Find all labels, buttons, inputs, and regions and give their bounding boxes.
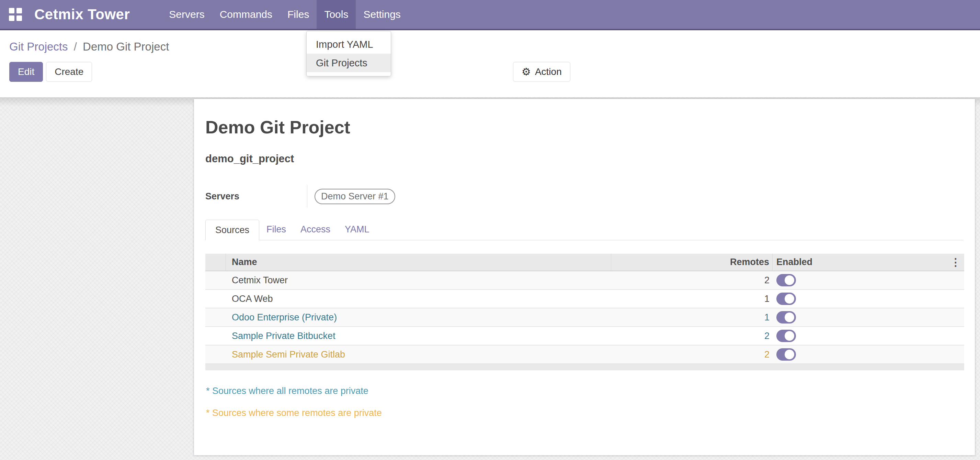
remotes-count-cell: 2 [611,275,773,286]
edit-button[interactable]: Edit [9,62,43,82]
top-navbar: Cetmix Tower ServersCommandsFilesToolsSe… [0,0,980,30]
enabled-toggle[interactable] [776,348,796,361]
table-row[interactable]: Odoo Enterprise (Private)1 [205,308,964,327]
table-row[interactable]: Sample Semi Private Gitlab2 [205,345,964,364]
create-button[interactable]: Create [46,62,92,82]
nav-item-settings[interactable]: Settings [356,0,408,29]
tab-yaml[interactable]: YAML [337,219,377,240]
gear-icon: ⚙ [522,67,531,77]
table-body: Cetmix Tower2OCA Web1Odoo Enterprise (Pr… [205,271,964,364]
source-name-cell: Sample Semi Private Gitlab [226,349,611,360]
row-handle-cell [205,290,226,308]
sources-table: Name Remotes Enabled ⋮ Cetmix Tower2OCA … [205,254,964,370]
nav-item-tools[interactable]: Tools [317,0,356,29]
remotes-count-cell: 2 [611,331,773,342]
tools-dropdown-menu: Import YAMLGit Projects [306,31,391,76]
column-header-name[interactable]: Name [226,254,611,271]
remotes-count-cell: 2 [611,349,773,360]
nav-menu: ServersCommandsFilesToolsSettings [161,0,408,29]
footnote-semi_private: * Sources where some remotes are private [206,407,964,418]
tab-sources[interactable]: Sources [205,220,259,240]
enabled-toggle[interactable] [776,274,796,286]
tab-files[interactable]: Files [259,219,293,240]
table-header-handle-cell [205,254,226,271]
enabled-toggle[interactable] [776,330,796,342]
enabled-cell [773,348,964,361]
enabled-toggle[interactable] [776,292,796,305]
enabled-cell [773,311,964,324]
table-footer-strip [205,364,964,370]
row-handle-cell [205,345,226,363]
breadcrumb-current: Demo Git Project [83,40,169,53]
row-handle-cell [205,327,226,345]
server-tag[interactable]: Demo Server #1 [315,189,395,204]
form-background: Demo Git Project demo_git_project Server… [0,97,980,460]
enabled-toggle[interactable] [776,311,796,324]
row-handle-cell [205,308,226,326]
table-row[interactable]: OCA Web1 [205,290,964,308]
servers-field-row: Servers Demo Server #1 [205,185,964,208]
table-row[interactable]: Cetmix Tower2 [205,271,964,290]
enabled-cell [773,292,964,305]
control-panel-buttons: Edit Create ⚙ Action [9,62,980,82]
source-name-cell: OCA Web [226,294,611,304]
enabled-cell [773,274,964,286]
app-brand[interactable]: Cetmix Tower [34,6,130,23]
footnote-private: * Sources where all remotes are private [206,385,964,396]
record-title: Demo Git Project [205,117,964,137]
nav-item-files[interactable]: Files [280,0,317,29]
column-header-remotes[interactable]: Remotes [611,254,773,271]
remotes-count-cell: 1 [611,294,773,304]
nav-item-commands[interactable]: Commands [212,0,280,29]
breadcrumb: Git Projects / Demo Git Project [9,40,980,54]
breadcrumb-link-git-projects[interactable]: Git Projects [9,40,68,53]
column-header-enabled[interactable]: Enabled [773,257,964,267]
dropdown-item-git-projects[interactable]: Git Projects [307,54,391,72]
record-code: demo_git_project [205,153,964,165]
dropdown-item-import-yaml[interactable]: Import YAML [307,35,391,54]
remotes-count-cell: 1 [611,312,773,323]
action-button-label: Action [535,66,562,77]
form-sheet: Demo Git Project demo_git_project Server… [194,99,975,455]
apps-menu-icon[interactable] [9,8,22,21]
servers-field-label: Servers [205,185,307,208]
source-name-cell: Sample Private Bitbucket [226,331,611,342]
table-row[interactable]: Sample Private Bitbucket2 [205,327,964,345]
row-handle-cell [205,271,226,289]
source-name-cell: Odoo Enterprise (Private) [226,312,611,323]
notebook-tabs: SourcesFilesAccessYAML [205,219,964,240]
footnotes: * Sources where all remotes are private*… [205,385,964,418]
enabled-cell [773,330,964,342]
optional-columns-icon[interactable]: ⋮ [948,254,963,271]
action-button[interactable]: ⚙ Action [513,62,570,82]
breadcrumb-separator: / [71,40,80,53]
table-header-row: Name Remotes Enabled ⋮ [205,254,964,271]
control-panel: Git Projects / Demo Git Project Edit Cre… [0,30,980,97]
source-name-cell: Cetmix Tower [226,275,611,286]
nav-item-servers[interactable]: Servers [161,0,212,29]
tab-access[interactable]: Access [293,219,337,240]
